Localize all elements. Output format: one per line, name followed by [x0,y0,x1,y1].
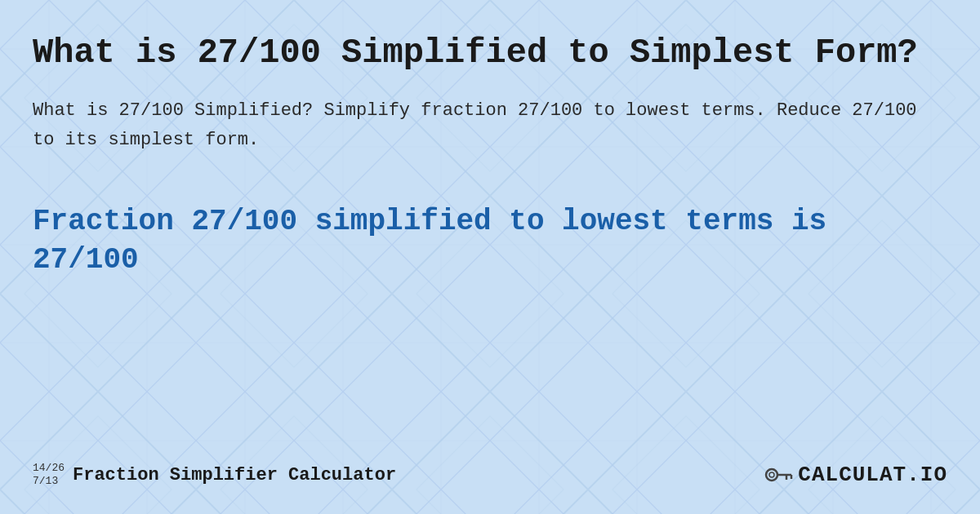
footer-logo: CALCULAT.IO [764,460,947,490]
logo-icon [764,460,793,490]
svg-point-13 [769,472,774,477]
result-text: Fraction 27/100 simplified to lowest ter… [33,203,947,280]
description-text: What is 27/100 Simplified? Simplify frac… [33,96,947,153]
result-section: Fraction 27/100 simplified to lowest ter… [33,203,947,280]
footer: 14/26 7/13 Fraction Simplifier Calculato… [33,460,947,490]
footer-fractions: 14/26 7/13 [33,462,65,487]
footer-label: Fraction Simplifier Calculator [73,465,396,485]
footer-fraction-top: 14/26 [33,462,65,475]
footer-fraction-bottom: 7/13 [33,475,65,488]
svg-point-12 [766,469,777,481]
main-title: What is 27/100 Simplified to Simplest Fo… [33,33,947,73]
logo-text: CALCULAT.IO [798,463,947,487]
